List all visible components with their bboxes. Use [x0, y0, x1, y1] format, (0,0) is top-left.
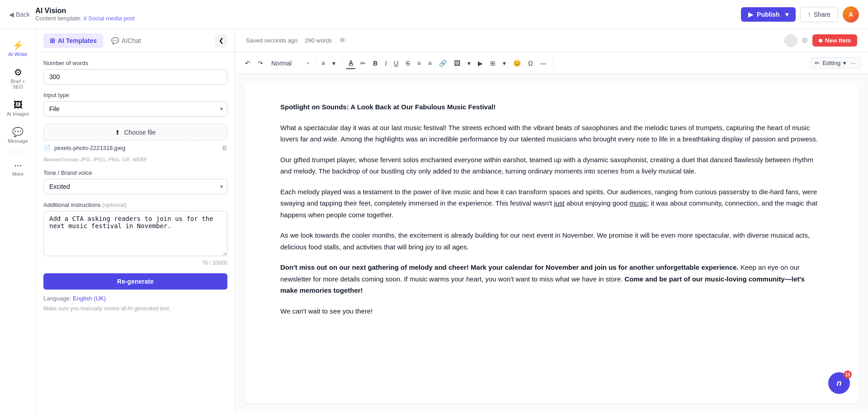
input-type-select[interactable]: File Text URL — [43, 101, 227, 117]
upload-icon: ⬆ — [115, 129, 120, 136]
redo-button[interactable]: ↷ — [255, 58, 266, 69]
optional-label: (optional) — [102, 201, 127, 208]
tone-select-wrapper: Excited Professional Casual Formal Frien… — [43, 179, 227, 194]
save-status: Saved seconds ago — [246, 37, 297, 44]
paragraph-7: We can't wait to see you there! — [280, 305, 823, 317]
toolbar-divider-2 — [342, 59, 342, 68]
toolbar-divider-3 — [553, 59, 553, 68]
additional-instructions-group: Additional instructions (optional) Add a… — [43, 201, 227, 266]
special-chars-button[interactable]: Ω — [525, 58, 535, 69]
language-link[interactable]: English (UK) — [73, 295, 106, 302]
sidebar-label-ai-writer: AI Writer — [8, 52, 28, 57]
regenerate-label: Re-generate — [117, 278, 154, 285]
ordered-list-button[interactable]: ≡ — [425, 58, 434, 69]
sidebar-item-ai-writer[interactable]: ⚡ AI Writer — [2, 36, 34, 61]
style-select-wrapper: Normal Heading 1 Heading 2 Heading 3 ▾ — [268, 58, 311, 69]
file-delete-button[interactable]: 🗑 — [222, 145, 227, 151]
italic-button[interactable]: I — [382, 58, 389, 69]
strikethrough-button[interactable]: S — [403, 58, 412, 69]
paragraph-3: Our gifted trumpet player, whose fervent… — [280, 154, 823, 177]
file-item: 📄 pexels-photo-2221318.jpeg 🗑 — [43, 141, 227, 155]
sidebar-label-ai-images: AI Images — [7, 111, 29, 117]
more-options-icon[interactable]: ··· — [851, 60, 856, 66]
text-color-button[interactable]: A — [346, 57, 356, 69]
additional-instructions-label: Additional instructions (optional) — [43, 201, 227, 208]
highlight-button[interactable]: ✏ — [358, 58, 368, 69]
eye-icon[interactable]: 👁 — [339, 37, 346, 45]
input-type-group: Input type File Text URL ▾ — [43, 92, 227, 117]
sidebar: ⚡ AI Writer ⚙ Brief + SEO 🖼 AI Images 💬 … — [0, 29, 36, 412]
ai-templates-label: AI Templates — [58, 37, 97, 44]
editor-content[interactable]: Spotlight on Sounds: A Look Back at Our … — [244, 83, 859, 403]
left-panel: ⊞ AI Templates 💬 AIChat ❮ Number of word… — [36, 29, 235, 412]
chat-widget-button[interactable]: 15 n — [828, 372, 850, 394]
underline-button[interactable]: U — [391, 58, 401, 69]
content-template-link[interactable]: # Social media post — [83, 15, 134, 22]
align-button[interactable]: ≡ — [319, 58, 328, 69]
new-item-button[interactable]: New Item — [812, 34, 857, 47]
back-chevron-icon: ◀ — [9, 11, 14, 18]
play-button[interactable]: ▶ — [475, 58, 486, 69]
bold-button[interactable]: B — [370, 58, 380, 69]
collapse-panel-button[interactable]: ❮ — [215, 34, 227, 47]
editing-label: Editing — [822, 60, 840, 66]
link-button[interactable]: 🔗 — [436, 58, 449, 69]
table-button[interactable]: ⊞ — [487, 58, 498, 69]
sidebar-item-more[interactable]: ··· More — [2, 156, 34, 181]
hr-button[interactable]: — — [538, 58, 549, 69]
content-template-subtitle: Content template: # Social media post — [35, 15, 135, 22]
additional-instructions-label-text: Additional instructions — [43, 201, 100, 208]
chat-widget-container: 15 n — [837, 381, 859, 403]
tab-aichat[interactable]: 💬 AIChat — [105, 33, 147, 48]
collapse-icon: ❮ — [219, 37, 224, 44]
word-count: 290 words — [305, 37, 332, 44]
paragraph-4: Each melody played was a testament to th… — [280, 186, 823, 221]
editing-badge: ✏ Editing ▾ ··· — [810, 57, 861, 69]
language-label: Language: — [43, 295, 71, 302]
share-icon: ↑ — [808, 11, 811, 18]
disclaimer-text: Make sure you manually review all AI gen… — [43, 305, 227, 312]
style-select[interactable]: Normal Heading 1 Heading 2 Heading 3 — [268, 58, 311, 69]
sidebar-item-ai-images[interactable]: 🖼 AI Images — [2, 96, 34, 121]
paragraph-2: What a spectacular day it was at our las… — [280, 122, 823, 145]
choose-file-button[interactable]: ⬆ Choose file — [43, 124, 227, 141]
tone-select[interactable]: Excited Professional Casual Formal Frien… — [43, 179, 227, 194]
number-of-words-label: Number of words — [43, 60, 227, 66]
undo-button[interactable]: ↶ — [242, 58, 253, 69]
paragraph-1: Spotlight on Sounds: A Look Back at Our … — [280, 101, 823, 113]
content-template-label: Content template: — [35, 15, 82, 22]
back-button[interactable]: ◀ Back — [9, 11, 30, 18]
publish-button[interactable]: ▶ Publish ▾ — [741, 7, 796, 22]
image-chevron-button[interactable]: ▾ — [465, 58, 473, 69]
table-chevron-button[interactable]: ▾ — [500, 58, 509, 69]
editor-area: Saved seconds ago 290 words 👁 ⚙ New Item… — [235, 29, 868, 412]
number-of-words-group: Number of words — [43, 60, 227, 84]
paragraph-5: As we look towards the cooler months, th… — [280, 229, 823, 253]
back-label: Back — [16, 11, 30, 18]
choose-file-group: ⬆ Choose file 📄 pexels-photo-2221318.jpe… — [43, 124, 227, 162]
topbar-avatar — [784, 34, 797, 47]
char-count: 76 / 10000 — [43, 260, 227, 266]
header-left: ◀ Back AI Vision Content template: # Soc… — [9, 7, 135, 22]
emoji-button[interactable]: 😊 — [510, 58, 524, 69]
regenerate-button[interactable]: Re-generate — [43, 273, 227, 290]
bullet-list-button[interactable]: ≡ — [415, 58, 424, 69]
align-chevron-button[interactable]: ▾ — [330, 58, 338, 69]
gear-icon[interactable]: ⚙ — [802, 36, 808, 45]
additional-instructions-input[interactable]: Add a CTA asking readers to join us for … — [43, 211, 227, 256]
number-of-words-input[interactable] — [43, 69, 227, 84]
publish-chevron-icon: ▾ — [785, 11, 788, 18]
header-right: ▶ Publish ▾ ↑ Share A — [741, 6, 859, 23]
aichat-label: AIChat — [122, 37, 141, 44]
share-button[interactable]: ↑ Share — [800, 7, 838, 22]
allowed-formats-text: Allowed formats JPG, JPEG, PNG, GIF, WEB… — [43, 157, 227, 162]
top-header: ◀ Back AI Vision Content template: # Soc… — [0, 0, 868, 29]
sidebar-item-message[interactable]: 💬 Message — [2, 123, 34, 148]
image-button[interactable]: 🖼 — [451, 58, 463, 69]
app-title: AI Vision — [35, 7, 135, 15]
brief-seo-icon: ⚙ — [14, 68, 22, 77]
sidebar-item-brief-seo[interactable]: ⚙ Brief + SEO — [2, 63, 34, 94]
tab-ai-templates[interactable]: ⊞ AI Templates — [43, 33, 103, 48]
main-body: ⚡ AI Writer ⚙ Brief + SEO 🖼 AI Images 💬 … — [0, 29, 868, 412]
avatar[interactable]: A — [843, 6, 859, 23]
